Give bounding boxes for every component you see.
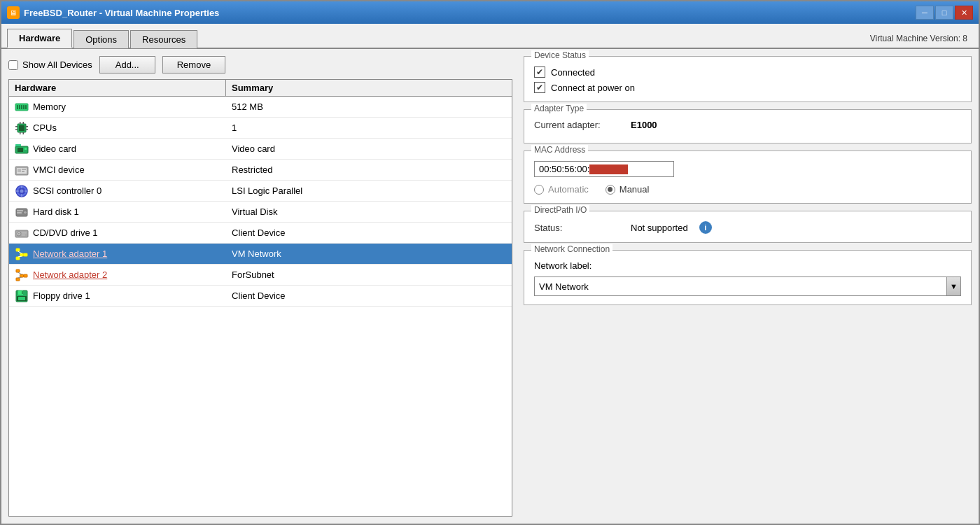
network-connection-group: Network Connection Network label: VM Net… <box>524 250 972 305</box>
network-icon <box>15 247 29 261</box>
row-cell-name: Hard disk 1 <box>9 203 226 221</box>
row-label: Network adapter 1 <box>33 248 107 259</box>
svg-rect-44 <box>24 253 27 256</box>
harddisk-icon <box>15 205 29 219</box>
row-label: CD/DVD drive 1 <box>33 227 97 238</box>
svg-rect-12 <box>15 126 18 127</box>
directpath-status-value: Not supported <box>631 223 688 233</box>
row-cell-summary: 1 <box>226 120 512 135</box>
show-all-devices-label[interactable]: Show All Devices <box>8 59 92 70</box>
svg-point-38 <box>18 233 20 234</box>
directpath-group: DirectPath I/O Status: Not supported i <box>524 211 972 243</box>
radio-automatic-circle[interactable] <box>534 185 544 195</box>
col-hardware: Hardware <box>9 80 226 96</box>
table-row[interactable]: CD/DVD drive 1 Client Device <box>9 223 512 244</box>
row-label: Memory <box>33 102 66 112</box>
device-status-content: ✔ Connected ✔ Connect at power on <box>534 66 961 93</box>
adapter-type-group: Adapter Type Current adapter: E1000 <box>524 109 972 144</box>
svg-rect-51 <box>24 274 27 277</box>
table-row[interactable]: Hard disk 1 Virtual Disk <box>9 202 512 223</box>
close-button[interactable]: ✕ <box>955 6 973 20</box>
row-label: Network adapter 2 <box>33 270 107 280</box>
svg-rect-40 <box>22 234 25 236</box>
table-row[interactable]: Network adapter 2 ForSubnet <box>9 265 512 286</box>
table-row[interactable]: SCSI controller 0 LSI Logic Parallel <box>9 181 512 202</box>
vmci-icon <box>15 163 29 177</box>
table-row[interactable]: Video card Video card <box>9 139 512 160</box>
table-row[interactable]: VMCI device Restricted <box>9 160 512 181</box>
connected-checkbox[interactable]: ✔ <box>534 66 545 78</box>
svg-rect-34 <box>17 210 23 211</box>
col-summary: Summary <box>226 80 512 96</box>
videocard-icon <box>15 142 29 156</box>
info-icon[interactable]: i <box>699 221 712 234</box>
radio-manual[interactable]: Manual <box>606 184 650 195</box>
row-summary: 1 <box>232 122 237 133</box>
svg-rect-5 <box>25 105 27 109</box>
directpath-status-row: Status: Not supported i <box>534 221 961 234</box>
row-summary: VM Network <box>232 248 281 259</box>
network-icon <box>15 268 29 282</box>
vm-version: Virtual Machine Version: 8 <box>870 34 967 43</box>
network-dropdown[interactable]: VM Network ▼ <box>534 276 961 296</box>
table-row[interactable]: Floppy drive 1 Client Device <box>9 286 512 307</box>
svg-rect-9 <box>23 122 24 124</box>
directpath-status-label: Status: <box>534 223 625 233</box>
mac-radio-row: Automatic Manual <box>534 184 961 195</box>
right-panel: Device Status ✔ Connected ✔ Connect at p… <box>521 56 972 517</box>
svg-rect-17 <box>18 148 23 152</box>
current-adapter-label: Current adapter: <box>534 120 625 130</box>
svg-rect-58 <box>22 291 23 294</box>
row-label: CPUs <box>33 122 57 133</box>
tab-hardware[interactable]: Hardware <box>7 29 72 48</box>
adapter-type-content: Current adapter: E1000 <box>534 120 961 130</box>
app-icon: 🖥 <box>7 6 20 19</box>
svg-rect-13 <box>15 129 18 130</box>
cddvd-icon <box>15 226 29 240</box>
tab-bar: Hardware Options Resources Virtual Machi… <box>1 24 979 49</box>
minimize-button[interactable]: ─ <box>916 6 934 20</box>
mac-address-group: MAC Address 00:50:56:00: Automatic <box>524 150 972 204</box>
radio-manual-circle[interactable] <box>606 185 615 195</box>
row-cell-name: Floppy drive 1 <box>9 287 226 305</box>
svg-rect-30 <box>16 190 19 192</box>
row-summary: LSI Logic Parallel <box>232 186 302 196</box>
title-bar-left: 🖥 FreeBSD_Router - Virtual Machine Prope… <box>7 6 219 19</box>
row-summary: 512 MB <box>232 102 263 112</box>
table-row[interactable]: Memory 512 MB <box>9 97 512 118</box>
power-on-checkbox[interactable]: ✔ <box>534 82 545 93</box>
svg-rect-24 <box>22 171 24 172</box>
svg-rect-50 <box>16 278 20 281</box>
power-on-row: ✔ Connect at power on <box>534 82 961 93</box>
row-cell-summary: 512 MB <box>226 99 512 114</box>
mac-input-row: 00:50:56:00: <box>534 161 961 177</box>
show-all-devices-checkbox[interactable] <box>8 60 18 70</box>
row-label: SCSI controller 0 <box>33 186 102 196</box>
svg-rect-41 <box>16 248 20 251</box>
svg-rect-2 <box>19 105 20 109</box>
svg-rect-31 <box>24 190 27 192</box>
svg-rect-29 <box>21 194 22 197</box>
row-label: Hard disk 1 <box>33 206 79 217</box>
tab-options[interactable]: Options <box>74 30 129 48</box>
toolbar: Show All Devices Add... Remove <box>8 56 512 74</box>
row-summary: ForSubnet <box>232 270 274 280</box>
remove-button[interactable]: Remove <box>162 56 225 74</box>
svg-rect-28 <box>21 186 22 188</box>
main-window: 🖥 FreeBSD_Router - Virtual Machine Prope… <box>0 0 980 525</box>
table-row-selected[interactable]: Network adapter 1 VM Network <box>9 244 512 265</box>
svg-rect-15 <box>26 129 28 130</box>
row-summary: Video card <box>232 144 275 154</box>
network-dropdown-value: VM Network <box>539 281 946 292</box>
row-label: VMCI device <box>33 164 85 175</box>
add-button[interactable]: Add... <box>99 56 155 74</box>
maximize-button[interactable]: □ <box>935 6 953 20</box>
tab-resources[interactable]: Resources <box>130 30 197 48</box>
svg-rect-3 <box>21 105 22 109</box>
connected-label: Connected <box>551 67 595 78</box>
table-row[interactable]: CPUs 1 <box>9 118 512 139</box>
row-summary: Client Device <box>232 290 286 301</box>
radio-automatic[interactable]: Automatic <box>534 184 589 195</box>
device-status-group: Device Status ✔ Connected ✔ Connect at p… <box>524 56 972 102</box>
memory-icon <box>15 100 29 114</box>
